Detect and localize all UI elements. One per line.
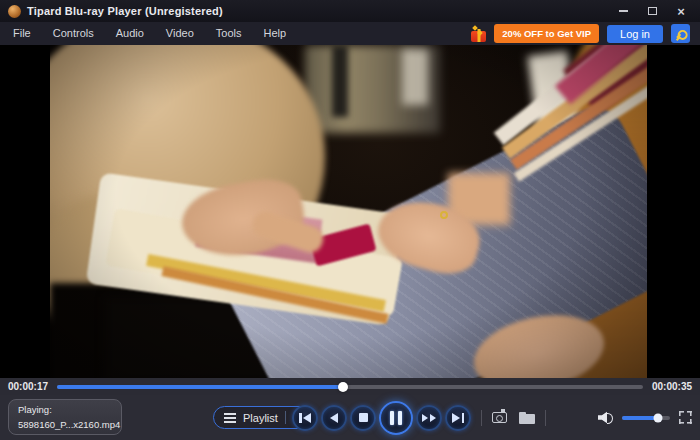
- now-playing-box: Playing: 5898160_P...x2160.mp4: [8, 399, 122, 435]
- fullscreen-icon[interactable]: [679, 411, 692, 424]
- app-logo-icon: [8, 5, 21, 18]
- previous-button[interactable]: [292, 405, 318, 431]
- skip-next-icon: [452, 413, 464, 423]
- window-title: Tipard Blu-ray Player (Unregistered): [27, 5, 223, 17]
- video-stage: [0, 45, 700, 378]
- window-controls: ×: [616, 4, 692, 18]
- menu-file[interactable]: File: [2, 22, 42, 45]
- progress-fill: [57, 385, 343, 389]
- close-button[interactable]: ×: [674, 4, 688, 18]
- elapsed-time: 00:00:17: [8, 381, 48, 392]
- toolbar-divider: [481, 410, 482, 426]
- speaker-icon[interactable]: [598, 411, 613, 424]
- progress-bar[interactable]: [57, 385, 643, 389]
- control-bar: Playing: 5898160_P...x2160.mp4 Playlist: [0, 395, 700, 440]
- stop-icon: [359, 413, 368, 422]
- next-button[interactable]: [445, 405, 471, 431]
- login-button[interactable]: Log in: [607, 25, 663, 43]
- menu-controls[interactable]: Controls: [42, 22, 105, 45]
- stop-button[interactable]: [350, 405, 376, 431]
- rewind-icon: [330, 413, 338, 423]
- now-playing-filename: 5898160_P...x2160.mp4: [18, 418, 112, 433]
- title-bar: Tipard Blu-ray Player (Unregistered) ×: [0, 0, 700, 22]
- gift-icon[interactable]: [471, 31, 486, 42]
- menu-bar: File Controls Audio Video Tools Help 20%…: [0, 22, 700, 45]
- menu-video[interactable]: Video: [155, 22, 205, 45]
- total-time: 00:00:35: [652, 381, 692, 392]
- register-button[interactable]: [671, 24, 690, 43]
- vip-offer-button[interactable]: 20% OFF to Get VIP: [494, 24, 599, 43]
- menu-right-group: 20% OFF to Get VIP Log in: [471, 24, 698, 43]
- playlist-label: Playlist: [243, 412, 278, 424]
- menu-help[interactable]: Help: [252, 22, 297, 45]
- menu-audio[interactable]: Audio: [105, 22, 155, 45]
- toolbar-divider: [545, 410, 546, 426]
- volume-slider[interactable]: [622, 416, 670, 420]
- art-vignette: [50, 45, 647, 378]
- snapshot-camera-icon[interactable]: [492, 412, 507, 423]
- playlist-divider: [285, 411, 286, 424]
- playlist-list-icon: [224, 413, 236, 423]
- app-window: Tipard Blu-ray Player (Unregistered) × F…: [0, 0, 700, 440]
- progress-row: 00:00:17 00:00:35: [0, 378, 700, 395]
- rewind-button[interactable]: [321, 405, 347, 431]
- pause-icon: [390, 411, 402, 425]
- open-file-folder-icon[interactable]: [519, 412, 535, 424]
- fast-forward-icon: [422, 414, 436, 422]
- menu-tools[interactable]: Tools: [205, 22, 253, 45]
- volume-controls: [598, 395, 692, 440]
- now-playing-label: Playing:: [18, 403, 112, 418]
- maximize-button[interactable]: [645, 4, 659, 18]
- progress-thumb[interactable]: [338, 382, 348, 392]
- minimize-button[interactable]: [616, 4, 630, 18]
- pause-button[interactable]: [379, 401, 413, 435]
- video-frame[interactable]: [50, 45, 647, 378]
- key-icon: [673, 26, 689, 42]
- volume-thumb[interactable]: [654, 413, 663, 422]
- fast-forward-button[interactable]: [416, 405, 442, 431]
- skip-previous-icon: [299, 413, 311, 423]
- transport-controls: [292, 395, 553, 440]
